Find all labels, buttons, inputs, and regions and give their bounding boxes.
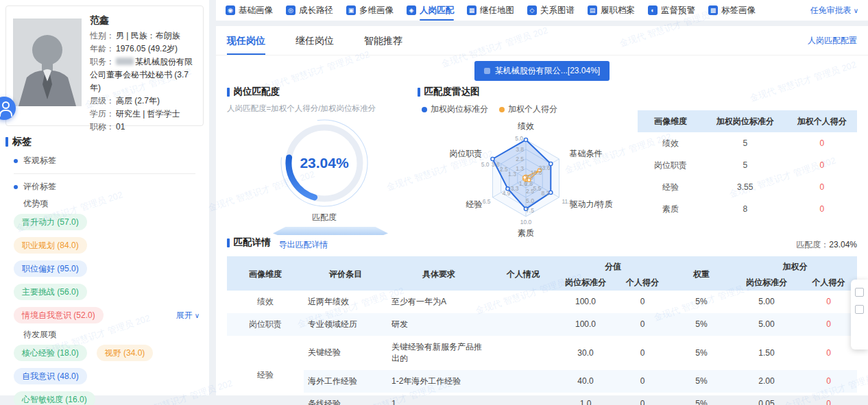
gauge-chart: 23.04% — [273, 115, 376, 212]
svg-text:2.5: 2.5 — [516, 156, 524, 162]
profile-photo — [13, 19, 82, 106]
post-subtab[interactable]: 继任岗位 — [296, 26, 334, 55]
nav-tab[interactable]: ▤ 履职档案 — [588, 0, 635, 21]
match-degree-readout: 匹配度：23.04% — [796, 239, 857, 251]
popover-icon — [855, 305, 864, 314]
radar-axis-label: 驱动力/特质 — [569, 199, 612, 209]
col-dimension: 画像维度 — [638, 110, 703, 132]
nav-tab[interactable]: ◎ 成长路径 — [286, 0, 333, 21]
legend-item: 加权岗位标准分 — [422, 103, 488, 115]
cell-wscore: 0 — [800, 336, 857, 370]
nav-tab[interactable]: ▣ 多维画像 — [346, 0, 394, 21]
tag-pill: 自我意识 (48.0) — [14, 368, 87, 384]
summary-row: 经验 3.55 0 — [638, 176, 857, 198]
nav-tab[interactable]: ◈ 人岗匹配 — [407, 0, 454, 21]
appointment-approval-dropdown[interactable]: 任免审批表 — [810, 5, 858, 16]
col-weighted-personal-score: 个人得分 — [800, 275, 857, 291]
legend-item: 加权个人得分 — [499, 103, 557, 115]
svg-text:5.0: 5.0 — [481, 161, 490, 168]
radar-axis-label: 素质 — [518, 228, 534, 237]
post-match-block: 岗位匹配度 人岗匹配度=加权个人得分/加权岗位标准分 23.04% — [227, 86, 422, 235]
current-position-button[interactable]: 某机械股份有限公...[23.04%] — [474, 61, 610, 81]
avatar — [13, 19, 82, 106]
svg-text:3.8: 3.8 — [516, 146, 524, 153]
col-dimension: 画像维度 — [227, 256, 304, 291]
cell-wscore: 0 — [800, 313, 857, 336]
weighted-score-table: 画像维度 加权岗位标准分 加权个人得分 绩效 5 0 — [638, 110, 857, 220]
expand-strength-tags-link[interactable]: 展开 — [176, 310, 200, 321]
radar-block: 匹配度雷达图 加权岗位标准分 加权个人得分 1.32.53.8 — [418, 86, 644, 239]
detail-table-row: 海外工作经验1-2年海外工作经验40.005%2.000 — [227, 370, 857, 393]
cell-item: 海外工作经验 — [304, 370, 387, 393]
col-group-score: 分值 — [556, 256, 670, 275]
match-detail-title: 匹配详情 — [227, 236, 271, 249]
col-item: 评价条目 — [304, 256, 387, 291]
cell-wstd: 0.05 — [733, 393, 800, 405]
cell-personal — [490, 336, 556, 370]
relation-graph-icon: ◇ — [527, 5, 537, 15]
dimension-cell: 经验 — [227, 336, 304, 405]
development-tag-list: 核心经验 (18.0)视野 (34.0)自我意识 (48.0)心智敏锐度 (16… — [14, 345, 200, 405]
nav-tab[interactable]: ▦ 继任地图 — [467, 0, 514, 21]
col-post-standard: 岗位标准分 — [556, 275, 615, 291]
side-popover[interactable] — [851, 280, 868, 349]
svg-text:2.5: 2.5 — [526, 188, 534, 195]
profile-row: 年龄：1976.05 (49.2岁) — [90, 42, 197, 56]
person-name: 范鑫 — [90, 14, 197, 27]
base-profile-icon: ◉ — [226, 5, 235, 15]
nav-tab[interactable]: ◇ 关系图谱 — [527, 0, 575, 21]
detail-table-row: 条线经验11.005%0.050 — [227, 393, 857, 405]
cell-std: 100.0 — [556, 291, 615, 313]
tag-pill: 视野 (34.0) — [97, 345, 154, 361]
post-subtabs: 现任岗位继任岗位智能推荐人岗匹配配置 — [216, 26, 868, 56]
nav-tab-label: 成长路径 — [299, 5, 333, 16]
cell-weight: 5% — [670, 313, 733, 336]
nav-tab[interactable]: ◉ 基础画像 — [226, 0, 273, 21]
radar-axis-label: 经验 — [466, 199, 483, 209]
post-subtab[interactable]: 现任岗位 — [227, 26, 265, 55]
detail-header-group-row: 画像维度 评价条目 具体要求 个人情况 分值 权重 加权分 — [227, 256, 857, 275]
cell-req: 至少有一年为A — [387, 291, 490, 313]
strengths-label: 优势项 — [23, 198, 209, 210]
evaluation-tags-item: 评价标签 — [14, 181, 209, 193]
cell-personal — [490, 313, 556, 336]
cell-personal — [490, 370, 556, 393]
cell-weight: 5% — [670, 291, 733, 313]
svg-text:5.5: 5.5 — [533, 185, 541, 192]
cell-wstd: 5.00 — [733, 291, 800, 313]
cell-score: 0 — [615, 370, 670, 393]
cell-req: 关键经验有新服务产品推出的 — [387, 336, 490, 370]
nav-tab-label: 监督预警 — [661, 5, 695, 16]
svg-text:2.5: 2.5 — [500, 166, 508, 173]
cell-weight: 5% — [670, 336, 733, 370]
succession-map-icon: ▦ — [467, 5, 477, 15]
cell-wstd: 2.00 — [733, 370, 800, 393]
position-button-row: 某机械股份有限公...[23.04%] — [216, 56, 868, 86]
legend-dot-icon — [422, 107, 427, 112]
nav-tab-label: 标签画像 — [721, 5, 756, 16]
charts-row: 岗位匹配度 人岗匹配度=加权个人得分/加权岗位标准分 23.04% — [216, 86, 868, 232]
export-detail-link[interactable]: 导出匹配详情 — [279, 239, 328, 251]
nav-tab-label: 继任地图 — [480, 5, 514, 16]
cell-wscore: 0 — [800, 291, 857, 313]
tag-pill: 核心经验 (18.0) — [14, 345, 87, 361]
cell-personal — [490, 291, 556, 313]
tag-pill: 主要挑战 (56.0) — [14, 284, 87, 300]
tags-section-title: 标签 — [5, 136, 209, 148]
nav-tab[interactable]: ◐ 监督预警 — [648, 0, 695, 21]
position-button-label: 某机械股份有限公...[23.04%] — [495, 65, 600, 77]
svg-text:4.9: 4.9 — [503, 190, 511, 197]
nav-tab[interactable]: ▩ 标签画像 — [708, 0, 756, 21]
legend-dot-icon — [499, 107, 505, 112]
page: 金现代 智慧识才 管理员 202 金现代 智慧识才 管理员 202 金现代 智慧… — [0, 0, 868, 405]
tag-pill: 晋升动力 (57.0) — [14, 214, 87, 230]
match-config-link[interactable]: 人岗匹配配置 — [808, 35, 857, 47]
profile-row: 职称：01 — [90, 121, 197, 134]
cell-wstd: 5.00 — [733, 313, 800, 336]
match-formula: 人岗匹配度=加权个人得分/加权岗位标准分 — [227, 103, 422, 114]
post-subtab[interactable]: 智能推荐 — [364, 26, 402, 55]
cell-wstd: 1.50 — [733, 336, 800, 370]
col-group-weighted: 加权分 — [733, 256, 857, 275]
cell-item: 专业领域经历 — [304, 313, 387, 336]
cell-score: 0 — [615, 291, 670, 313]
